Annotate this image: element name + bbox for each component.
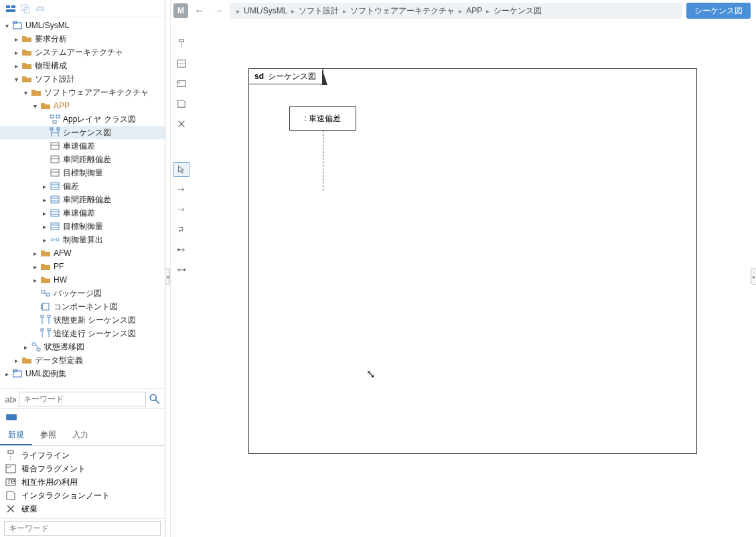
tree-item[interactable]: Appレイヤ クラス図	[0, 112, 165, 126]
tree-item[interactable]: ▸HW	[0, 273, 165, 287]
crumb-item[interactable]: ソフト設計	[299, 5, 339, 17]
tree-item[interactable]: 追従走行 シーケンス図	[0, 327, 165, 340]
tree-label: 状態更新 シーケンス図	[54, 315, 136, 326]
folder-icon	[40, 100, 51, 111]
tab-input[interactable]: 入力	[64, 425, 96, 445]
tab-reference[interactable]: 参照	[32, 425, 64, 445]
tree-item[interactable]: パッケージ図	[0, 287, 165, 300]
tree-item-app[interactable]: ▾APP	[0, 99, 165, 112]
tool-note[interactable]	[173, 96, 190, 111]
object-icon	[50, 167, 60, 178]
block-icon	[50, 208, 60, 218]
tree-label: ソフト設計	[35, 74, 75, 85]
tree-label: データ型定義	[35, 355, 83, 366]
nav-forward-button[interactable]: →	[211, 3, 226, 18]
tree-search-input[interactable]	[19, 392, 146, 406]
abc-filter-icon[interactable]: abc	[4, 393, 16, 405]
tree-item[interactable]: ▸システムアーキテクチャ	[0, 46, 165, 59]
tree-item[interactable]: ▸AFW	[0, 246, 165, 260]
diagram-frame[interactable]: sd シーケンス図 : 車速偏差 ⤡	[248, 68, 697, 454]
diagram-canvas[interactable]: sd シーケンス図 : 車速偏差 ⤡	[192, 21, 756, 537]
tree-item[interactable]: ▸制御量算出	[0, 233, 165, 246]
block-icon	[50, 194, 60, 205]
tree-item[interactable]: コンポーネント図	[0, 300, 165, 313]
lifeline-label: : 車速偏差	[305, 113, 342, 125]
svg-point-34	[56, 238, 59, 241]
tree-item-sequence[interactable]: シーケンス図	[0, 126, 165, 139]
tool-lifeline[interactable]	[173, 36, 190, 51]
tree-item[interactable]: ▸偏差	[0, 179, 165, 193]
tree-item[interactable]: ▸物理構成	[0, 59, 165, 72]
svg-rect-66	[177, 60, 185, 68]
tree-label: Appレイヤ クラス図	[63, 114, 136, 125]
splitter-grip[interactable]: ◂	[165, 268, 170, 285]
tool-sync-message[interactable]	[173, 182, 190, 197]
toolbar-icon-3[interactable]	[35, 3, 46, 14]
tree-item[interactable]: ▸車間距離偏差	[0, 193, 165, 206]
model-tree[interactable]: ▾ UML/SysML ▸要求分析 ▸システムアーキテクチャ ▸物理構成 ▾ソフ…	[0, 17, 165, 388]
tree-item[interactable]: ▸UML図例集	[0, 367, 165, 380]
svg-rect-2	[6, 9, 15, 12]
svg-rect-27	[51, 210, 59, 216]
tree-item-root[interactable]: ▾ UML/SysML	[0, 19, 165, 32]
tool-destroy[interactable]	[173, 117, 190, 131]
tool-lost-message[interactable]	[173, 242, 190, 257]
left-panel: ▾ UML/SysML ▸要求分析 ▸システムアーキテクチャ ▸物理構成 ▾ソフ…	[0, 0, 165, 537]
tree-item[interactable]: ▸状態遷移図	[0, 340, 165, 354]
folder-icon	[21, 33, 32, 44]
tree-item[interactable]: ▸車速偏差	[0, 206, 165, 220]
filter-icon[interactable]	[149, 393, 161, 405]
tool-fragment[interactable]	[173, 56, 190, 71]
nav-back-button[interactable]: ←	[192, 3, 207, 18]
lifeline-icon	[5, 450, 16, 461]
diagram-type-button[interactable]: シーケンス図	[686, 3, 751, 19]
palette-item-combined[interactable]: 複合フラグメント	[0, 462, 165, 475]
tree-item[interactable]: ▾ソフト設計	[0, 72, 165, 86]
tool-reply-message[interactable]	[173, 202, 190, 217]
tree-label: 目標制御量	[63, 167, 103, 179]
crumb-item[interactable]: シーケンス図	[494, 5, 542, 17]
palette-search-input[interactable]	[4, 521, 161, 536]
toolbar-icon-1[interactable]	[5, 3, 16, 14]
lifeline-line[interactable]	[323, 131, 323, 191]
palette-list: ライフライン 複合フラグメント ref相互作用の利用 インタラクションノート 破…	[0, 446, 165, 518]
svg-rect-68	[177, 81, 185, 87]
tree-item[interactable]: ▸目標制御量	[0, 220, 165, 233]
tree-label: システムアーキテクチャ	[35, 47, 123, 58]
crumb-item[interactable]: APP	[466, 6, 482, 15]
palette-label: ライフライン	[21, 450, 70, 461]
tree-item[interactable]: ▸要求分析	[0, 32, 165, 46]
tree-item[interactable]: ▸データ型定義	[0, 354, 165, 367]
palette-item-lifeline[interactable]: ライフライン	[0, 449, 165, 462]
note-icon	[5, 490, 16, 501]
tool-self-message[interactable]	[173, 222, 190, 237]
tree-item[interactable]: 車速偏差	[0, 139, 165, 153]
palette-item-destroy[interactable]: 破棄	[0, 502, 165, 516]
tree-item[interactable]: 状態更新 シーケンス図	[0, 313, 165, 327]
tree-item[interactable]: ▸PF	[0, 260, 165, 273]
model-badge[interactable]: M	[173, 3, 188, 18]
crumb-item[interactable]: UML/SysML	[244, 6, 287, 15]
tool-select[interactable]	[173, 162, 190, 177]
tool-found-message[interactable]	[173, 262, 190, 277]
splitter-right[interactable]: ▸	[751, 268, 756, 285]
svg-rect-17	[51, 156, 59, 163]
tree-item[interactable]: ▾ソフトウェアアーキテクチャ	[0, 86, 165, 99]
svg-rect-40	[41, 307, 43, 309]
folder-icon	[21, 60, 32, 71]
tab-new[interactable]: 新規	[0, 425, 32, 445]
toolbar-icon-2[interactable]	[20, 3, 31, 14]
crumb-item[interactable]: ソフトウェアアーキテクチャ	[350, 5, 455, 17]
tree-label: 車間距離偏差	[63, 154, 111, 165]
lifeline-head[interactable]: : 車速偏差	[289, 106, 356, 131]
splitter-left[interactable]: ◂	[165, 0, 171, 537]
tree-item[interactable]: 目標制御量	[0, 166, 165, 179]
folder-icon	[40, 261, 51, 272]
svg-rect-19	[51, 169, 59, 176]
canvas-wrap: sd シーケンス図 : 車速偏差 ⤡	[171, 21, 756, 537]
palette-item-interaction[interactable]: ref相互作用の利用	[0, 475, 165, 489]
tool-interaction-use[interactable]	[173, 76, 190, 91]
svg-text:abc: abc	[5, 394, 16, 404]
tree-item[interactable]: 車間距離偏差	[0, 153, 165, 166]
palette-item-note[interactable]: インタラクションノート	[0, 489, 165, 502]
